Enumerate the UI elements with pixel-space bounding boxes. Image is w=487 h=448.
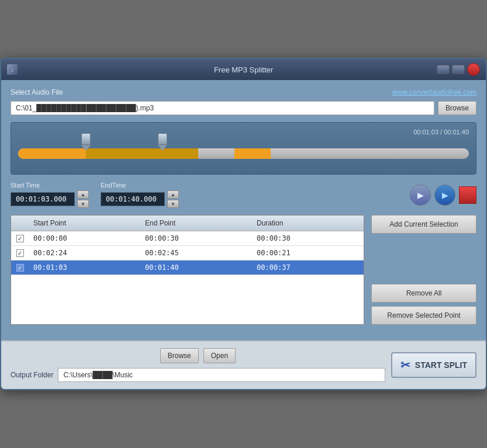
row2-duration: 00:00:21 bbox=[252, 248, 364, 258]
app-icon: ♪ bbox=[7, 64, 18, 75]
output-browse-button[interactable]: Browse bbox=[160, 348, 199, 363]
segment-orange-right bbox=[234, 148, 271, 159]
main-area: Start Point End Point Duration ✓ 00:00:0… bbox=[11, 215, 476, 325]
select-audio-label: Select Audio File bbox=[11, 88, 63, 96]
start-time-input[interactable] bbox=[11, 192, 75, 206]
open-button[interactable]: Open bbox=[203, 348, 236, 363]
playback-controls: ▶ ▶ bbox=[410, 185, 476, 206]
end-down-button[interactable]: ▼ bbox=[167, 200, 179, 208]
remove-point-button[interactable]: Remove Selected Point bbox=[371, 306, 476, 325]
marker-arrow-end bbox=[158, 145, 167, 151]
marker-head-end bbox=[158, 133, 167, 145]
end-time-row: ▲ ▼ bbox=[101, 190, 179, 208]
segments-table: Start Point End Point Duration ✓ 00:00:0… bbox=[11, 215, 364, 325]
row1-duration: 00:00:30 bbox=[252, 233, 364, 244]
table-row[interactable]: ✓ 00:02:24 00:02:45 00:00:21 bbox=[11, 246, 364, 261]
checkbox-3[interactable]: ✓ bbox=[16, 264, 24, 272]
end-up-button[interactable]: ▲ bbox=[167, 190, 179, 199]
browse-open-row: Browse Open bbox=[11, 348, 385, 363]
row2-start: 00:02:24 bbox=[29, 248, 140, 258]
start-up-button[interactable]: ▲ bbox=[77, 190, 89, 199]
segment-orange-left bbox=[18, 148, 86, 159]
application-window: ♪ Free MP3 Splitter Select Audio File ww… bbox=[0, 58, 487, 390]
output-folder-label: Output Folder bbox=[11, 371, 53, 379]
segment-selected bbox=[86, 148, 199, 159]
checkbox-1[interactable]: ✓ bbox=[16, 235, 24, 242]
start-time-label: Start Time bbox=[11, 182, 89, 189]
start-down-button[interactable]: ▼ bbox=[77, 200, 89, 208]
window-controls bbox=[437, 63, 480, 76]
col-check bbox=[11, 218, 29, 228]
browse-file-button[interactable]: Browse bbox=[438, 101, 476, 115]
row2-end: 00:02:45 bbox=[140, 248, 252, 258]
end-spinner: ▲ ▼ bbox=[167, 190, 179, 208]
output-folder-row: Output Folder bbox=[11, 368, 385, 382]
row1-check[interactable]: ✓ bbox=[11, 233, 29, 244]
website-link[interactable]: www.convertaudiofree.com bbox=[392, 88, 476, 96]
file-path-input[interactable] bbox=[11, 101, 434, 115]
row1-end: 00:00:30 bbox=[140, 233, 252, 244]
play-button[interactable]: ▶ bbox=[410, 185, 431, 206]
end-time-group: EndTime ▲ ▼ bbox=[101, 182, 179, 208]
end-time-input[interactable] bbox=[101, 192, 165, 206]
end-time-label: EndTime bbox=[101, 182, 179, 189]
titlebar-left: ♪ bbox=[7, 64, 18, 75]
start-split-button[interactable]: ✂ START SPLIT bbox=[391, 352, 476, 378]
waveform-area: 00:01:03 / 00:01:40 bbox=[11, 122, 476, 175]
content-area: Select Audio File www.convertaudiofree.c… bbox=[1, 80, 486, 340]
col-end: End Point bbox=[140, 218, 252, 228]
marker-end[interactable] bbox=[158, 133, 167, 151]
add-selection-button[interactable]: Add Current Selection bbox=[371, 215, 476, 234]
maximize-button[interactable] bbox=[452, 65, 465, 74]
col-duration: Duration bbox=[252, 218, 364, 228]
output-section: Browse Open Output Folder bbox=[11, 348, 385, 382]
stop-button[interactable] bbox=[459, 186, 476, 204]
start-spinner: ▲ ▼ bbox=[77, 190, 89, 208]
top-bar: Select Audio File www.convertaudiofree.c… bbox=[11, 88, 476, 96]
col-start: Start Point bbox=[29, 218, 140, 228]
start-time-group: Start Time ▲ ▼ bbox=[11, 182, 89, 208]
timeline-container[interactable] bbox=[18, 139, 469, 168]
close-button[interactable] bbox=[467, 63, 480, 76]
checkbox-2[interactable]: ✓ bbox=[16, 249, 24, 257]
play-selection-button[interactable]: ▶ bbox=[434, 185, 455, 206]
time-controls-row: Start Time ▲ ▼ EndTime ▲ ▼ bbox=[11, 182, 476, 208]
marker-arrow-start bbox=[81, 145, 91, 151]
marker-start[interactable] bbox=[81, 133, 91, 151]
bottom-bar: Browse Open Output Folder ✂ START SPLIT bbox=[1, 340, 486, 389]
minimize-button[interactable] bbox=[437, 65, 450, 74]
remove-all-button[interactable]: Remove All bbox=[371, 284, 476, 303]
output-path-input[interactable] bbox=[58, 368, 385, 382]
window-title: Free MP3 Splitter bbox=[214, 65, 273, 74]
start-time-row: ▲ ▼ bbox=[11, 190, 89, 208]
table-row-selected[interactable]: ✓ 00:01:03 00:01:40 00:00:37 bbox=[11, 261, 364, 275]
row3-end: 00:01:40 bbox=[140, 262, 252, 273]
side-buttons: Add Current Selection Remove All Remove … bbox=[371, 215, 476, 325]
empty-rows bbox=[11, 275, 364, 310]
file-row: Browse bbox=[11, 101, 476, 115]
start-split-label: START SPLIT bbox=[415, 360, 467, 370]
table-row[interactable]: ✓ 00:00:00 00:00:30 00:00:30 bbox=[11, 231, 364, 246]
titlebar: ♪ Free MP3 Splitter bbox=[1, 59, 486, 80]
row3-start: 00:01:03 bbox=[29, 262, 140, 273]
scissors-icon: ✂ bbox=[400, 358, 410, 372]
table-header: Start Point End Point Duration bbox=[11, 216, 364, 231]
row1-start: 00:00:00 bbox=[29, 233, 140, 244]
row3-duration: 00:00:37 bbox=[252, 262, 364, 273]
row2-check[interactable]: ✓ bbox=[11, 248, 29, 258]
marker-head-start bbox=[81, 133, 91, 145]
row3-check[interactable]: ✓ bbox=[11, 262, 29, 273]
